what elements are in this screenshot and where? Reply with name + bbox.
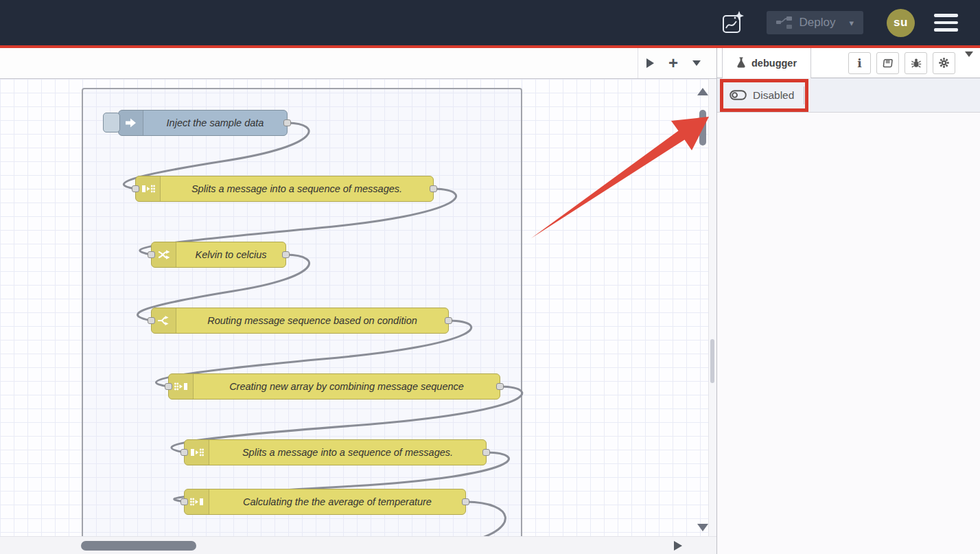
tab-label: debugger	[751, 58, 797, 69]
node-change-1[interactable]: Kelvin to celcius	[151, 242, 286, 268]
output-port[interactable]	[496, 383, 504, 390]
info-button[interactable]: i	[848, 52, 871, 74]
node-label: Creating new array by combining message …	[194, 374, 500, 399]
output-port[interactable]	[482, 449, 490, 456]
chevron-down-icon	[965, 51, 973, 69]
scroll-down-icon[interactable]	[697, 524, 708, 531]
node-inject-1[interactable]: Inject the sample data	[118, 110, 288, 136]
input-port[interactable]	[165, 383, 172, 390]
input-port[interactable]	[148, 317, 155, 324]
join-icon	[169, 374, 194, 399]
node-red-app: Deploy ▾ su + Inject the sample dataSpli…	[0, 0, 980, 554]
node-label: Kelvin to celcius	[176, 242, 285, 267]
output-port[interactable]	[462, 498, 469, 505]
node-switch-1[interactable]: Routing message sequence based on condit…	[151, 308, 449, 334]
node-label: Calculating the the average of temperatu…	[209, 489, 465, 514]
input-port[interactable]	[132, 185, 139, 192]
sidebar-toolbar: debugger i	[717, 48, 980, 78]
play-right-icon	[646, 58, 654, 68]
bug-icon	[911, 58, 922, 69]
scroll-tabs-right-button[interactable]	[638, 48, 662, 78]
change-icon	[152, 242, 176, 267]
output-port[interactable]	[283, 119, 291, 126]
chevron-down-icon[interactable]: ▾	[842, 18, 854, 28]
toggle-off-icon	[730, 90, 747, 100]
output-port[interactable]	[430, 185, 437, 192]
node-split-1[interactable]: Splits a message into a sequence of mess…	[135, 176, 434, 202]
plus-icon: +	[668, 55, 678, 71]
flow-export-icon[interactable]	[720, 10, 746, 36]
avatar[interactable]: su	[887, 9, 915, 37]
horizontal-scrollbar[interactable]	[0, 536, 716, 554]
hamburger-icon[interactable]	[934, 14, 958, 32]
disabled-toggle-button[interactable]: Disabled	[717, 84, 804, 107]
flask-icon	[736, 57, 746, 69]
join-icon	[185, 489, 209, 514]
vertical-scroll-gutter	[708, 79, 716, 536]
node-join-2[interactable]: Calculating the the average of temperatu…	[184, 489, 466, 515]
scroll-up-icon[interactable]	[697, 88, 708, 95]
inject-icon	[119, 111, 143, 135]
flow-tabbar: +	[0, 48, 716, 79]
disabled-label: Disabled	[753, 89, 794, 102]
split-icon	[185, 440, 209, 465]
vertical-scroll-thumb[interactable]	[699, 110, 706, 146]
node-join-1[interactable]: Creating new array by combining message …	[168, 373, 500, 400]
workspace: + Inject the sample dataSplits a message…	[0, 48, 716, 554]
tab-debugger[interactable]: debugger	[722, 48, 811, 78]
deploy-button[interactable]: Deploy ▾	[767, 11, 863, 34]
sidebar: debugger i	[716, 48, 980, 554]
node-label: Routing message sequence based on condit…	[176, 308, 448, 333]
inject-trigger-button[interactable]	[103, 113, 120, 132]
info-icon: i	[857, 56, 861, 70]
avatar-initials: su	[894, 16, 908, 30]
flow-list-button[interactable]	[685, 48, 708, 78]
chevron-down-icon	[692, 60, 701, 66]
input-port[interactable]	[180, 449, 188, 456]
input-port[interactable]	[148, 251, 155, 258]
switch-icon	[152, 308, 176, 333]
input-port[interactable]	[180, 498, 188, 505]
node-label: Splits a message into a sequence of mess…	[161, 176, 433, 201]
docs-button[interactable]	[876, 52, 899, 74]
output-port[interactable]	[445, 317, 452, 324]
node-label: Inject the sample data	[143, 111, 287, 135]
header-bar: Deploy ▾ su	[0, 0, 980, 45]
filter-divider	[804, 86, 804, 104]
sidebar-resize-handle[interactable]	[710, 339, 714, 383]
scroll-right-icon[interactable]	[674, 541, 682, 551]
debug-button[interactable]	[905, 52, 927, 74]
node-label: Splits a message into a sequence of mess…	[209, 440, 486, 465]
debug-panel-content	[717, 113, 980, 554]
deploy-label: Deploy	[800, 16, 836, 30]
debug-filter-row: Disabled	[717, 78, 980, 113]
horizontal-scroll-thumb[interactable]	[81, 541, 196, 551]
deploy-nodes-icon	[776, 16, 793, 30]
output-port[interactable]	[282, 251, 290, 258]
book-icon	[882, 58, 894, 69]
flow-canvas[interactable]: Inject the sample dataSplits a message i…	[0, 79, 708, 536]
gear-icon	[938, 57, 950, 69]
split-icon	[136, 176, 161, 201]
node-split-2[interactable]: Splits a message into a sequence of mess…	[184, 439, 487, 465]
add-flow-button[interactable]: +	[662, 48, 685, 78]
sidebar-menu-button[interactable]	[965, 57, 973, 69]
settings-button[interactable]	[933, 52, 955, 74]
